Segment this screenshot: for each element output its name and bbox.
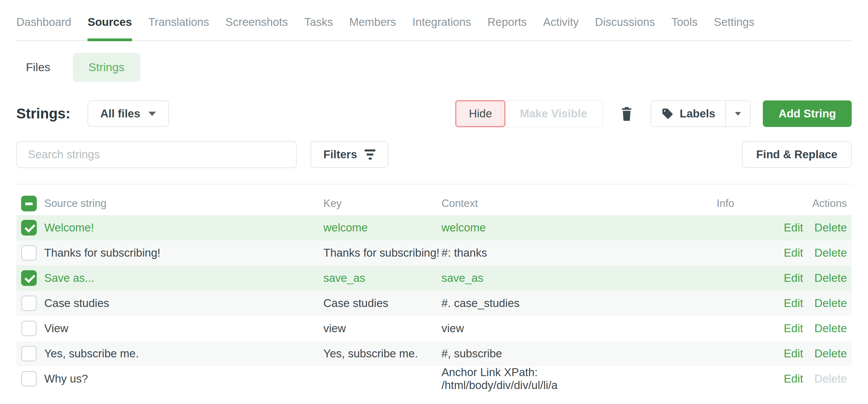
row-checkbox[interactable]	[21, 295, 37, 311]
file-filter-dropdown[interactable]: All files	[87, 100, 169, 127]
delete-link[interactable]: Delete	[815, 246, 847, 259]
edit-link[interactable]: Edit	[784, 347, 803, 360]
nav-tab[interactable]: Screenshots	[225, 16, 288, 40]
source-string-cell: View	[44, 322, 323, 335]
strings-table: Source string Key Context Info Actions W…	[16, 192, 852, 391]
column-header-actions: Actions	[734, 197, 852, 210]
visibility-button-group: Hide Make Visible	[455, 100, 602, 127]
key-cell: Case studies	[323, 297, 441, 310]
table-row: Save as... save_as save_as Edit Delete	[16, 265, 852, 291]
nav-tab-label: Tasks	[304, 16, 333, 28]
row-checkbox[interactable]	[21, 220, 37, 236]
edit-link[interactable]: Edit	[784, 246, 803, 259]
edit-link[interactable]: Edit	[784, 272, 803, 284]
context-cell: view	[441, 322, 632, 335]
nav-tab-label: Settings	[714, 16, 754, 28]
project-nav: Dashboard Sources Translations Screensho…	[16, 0, 852, 41]
column-header-source: Source string	[44, 197, 323, 210]
edit-link[interactable]: Edit	[784, 221, 803, 234]
filters-button-label: Filters	[323, 148, 357, 161]
nav-tab-label: Tools	[671, 16, 697, 28]
labels-button[interactable]: Labels	[651, 101, 726, 126]
filter-icon	[365, 149, 375, 160]
chevron-down-icon	[148, 112, 156, 116]
nav-tab-label: Integrations	[413, 16, 471, 28]
context-cell: #, subscribe	[441, 347, 632, 360]
row-checkbox[interactable]	[21, 270, 37, 286]
select-all-checkbox[interactable]	[21, 196, 37, 211]
column-header-info: Info	[632, 197, 734, 210]
row-checkbox[interactable]	[21, 346, 37, 361]
nav-tab[interactable]: Activity	[543, 16, 579, 40]
strings-toolbar: Strings: All files Hide Make Visible Lab…	[16, 100, 852, 127]
chevron-down-icon	[735, 112, 741, 116]
table-body: Welcome! welcome welcome Edit Delete Tha…	[16, 215, 852, 391]
source-string-cell: Yes, subscribe me.	[44, 347, 323, 360]
hide-button[interactable]: Hide	[455, 100, 505, 127]
context-cell: save_as	[441, 272, 632, 285]
nav-tab[interactable]: Tasks	[304, 16, 333, 40]
nav-tab[interactable]: Sources	[87, 16, 132, 40]
nav-tab[interactable]: Integrations	[413, 16, 471, 40]
nav-tab-label: Dashboard	[16, 16, 71, 28]
file-filter-value: All files	[100, 107, 140, 120]
nav-tab[interactable]: Settings	[714, 16, 754, 40]
strings-tab[interactable]: Strings	[73, 53, 140, 82]
nav-tab[interactable]: Members	[349, 16, 396, 40]
nav-tab-label: Members	[349, 16, 396, 28]
page-title: Strings:	[16, 106, 70, 122]
make-visible-button[interactable]: Make Visible	[505, 101, 602, 127]
source-string-cell: Save as...	[44, 272, 323, 285]
nav-tab[interactable]: Dashboard	[16, 16, 71, 40]
find-replace-button[interactable]: Find & Replace	[742, 141, 852, 168]
delete-link[interactable]: Delete	[815, 272, 847, 284]
nav-tab-label: Discussions	[595, 16, 655, 28]
trash-icon	[621, 107, 633, 121]
key-cell: welcome	[323, 221, 441, 234]
table-row: Case studies Case studies #. case_studie…	[16, 291, 852, 316]
edit-link[interactable]: Edit	[784, 322, 803, 335]
delete-strings-button[interactable]	[621, 107, 633, 121]
key-cell: save_as	[323, 272, 441, 285]
row-checkbox[interactable]	[21, 245, 37, 261]
source-string-cell: Why us?	[44, 372, 323, 385]
context-cell: welcome	[441, 221, 632, 234]
key-cell: Yes, subscribe me.	[323, 347, 441, 360]
nav-tab-label: Activity	[543, 16, 579, 28]
labels-dropdown-button[interactable]	[725, 101, 750, 126]
row-checkbox[interactable]	[21, 371, 37, 387]
context-cell: #: thanks	[441, 246, 632, 259]
column-header-key: Key	[323, 197, 441, 210]
key-cell: Thanks for subscribing!	[323, 246, 441, 259]
table-row: View view view Edit Delete	[16, 316, 852, 341]
edit-link[interactable]: Edit	[784, 372, 803, 385]
context-cell: Anchor Link XPath: /html/body/div/div/ul…	[441, 366, 632, 392]
column-header-context: Context	[441, 197, 632, 210]
nav-tab[interactable]: Reports	[487, 16, 527, 40]
nav-tab[interactable]: Discussions	[595, 16, 655, 40]
delete-link[interactable]: Delete	[815, 221, 847, 234]
source-string-cell: Thanks for subscribing!	[44, 246, 323, 259]
nav-tab-label: Reports	[487, 16, 527, 28]
labels-button-group: Labels	[650, 100, 751, 127]
filters-button[interactable]: Filters	[310, 141, 388, 168]
nav-tab-label: Translations	[148, 16, 209, 28]
delete-link[interactable]: Delete	[815, 372, 847, 385]
delete-link[interactable]: Delete	[815, 347, 847, 360]
delete-link[interactable]: Delete	[815, 297, 847, 309]
source-type-switcher: Files Strings	[16, 53, 852, 82]
nav-tab[interactable]: Translations	[148, 16, 209, 40]
table-row: Thanks for subscribing! Thanks for subsc…	[16, 240, 852, 265]
table-row: Why us? Anchor Link XPath: /html/body/di…	[16, 366, 852, 391]
search-row: Filters Find & Replace	[16, 141, 852, 168]
delete-link[interactable]: Delete	[815, 322, 847, 335]
edit-link[interactable]: Edit	[784, 297, 803, 309]
search-strings-input[interactable]	[16, 141, 297, 168]
section-divider	[16, 184, 852, 184]
tag-icon	[661, 108, 674, 120]
row-checkbox[interactable]	[21, 321, 37, 336]
nav-tab[interactable]: Tools	[671, 16, 697, 40]
add-string-button[interactable]: Add String	[763, 100, 852, 127]
files-tab[interactable]: Files	[26, 61, 50, 74]
table-row: Yes, subscribe me. Yes, subscribe me. #,…	[16, 341, 852, 366]
